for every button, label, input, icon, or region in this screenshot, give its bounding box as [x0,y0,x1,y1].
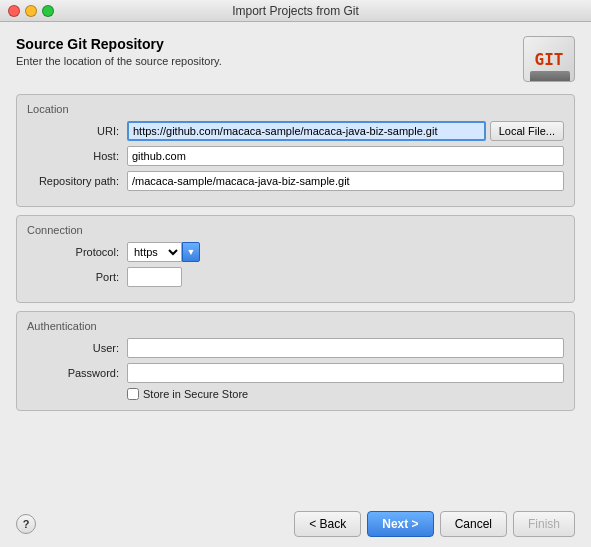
dialog: Source Git Repository Enter the location… [0,22,591,547]
store-checkbox[interactable] [127,388,139,400]
host-label: Host: [27,150,127,162]
footer-left: ? [16,514,36,534]
authentication-label: Authentication [27,320,564,332]
password-input[interactable] [127,363,564,383]
port-label: Port: [27,271,127,283]
header-section: Source Git Repository Enter the location… [16,36,575,82]
local-file-button[interactable]: Local File... [490,121,564,141]
protocol-label: Protocol: [27,246,127,258]
uri-row: URI: Local File... [27,121,564,141]
user-label: User: [27,342,127,354]
next-button[interactable]: Next > [367,511,433,537]
protocol-row: Protocol: https http git ssh ▼ [27,242,564,262]
password-row: Password: [27,363,564,383]
close-button[interactable] [8,5,20,17]
location-label: Location [27,103,564,115]
git-icon-text: GIT [535,50,564,69]
cancel-button[interactable]: Cancel [440,511,507,537]
title-bar: Import Projects from Git [0,0,591,22]
location-section: Location URI: Local File... Host: Reposi… [16,94,575,207]
repo-path-label: Repository path: [27,175,127,187]
store-label[interactable]: Store in Secure Store [143,388,248,400]
window-controls [8,5,54,17]
help-button[interactable]: ? [16,514,36,534]
password-label: Password: [27,367,127,379]
connection-label: Connection [27,224,564,236]
repo-path-row: Repository path: [27,171,564,191]
user-input[interactable] [127,338,564,358]
store-row: Store in Secure Store [127,388,564,400]
host-row: Host: [27,146,564,166]
authentication-section: Authentication User: Password: Store in … [16,311,575,411]
minimize-button[interactable] [25,5,37,17]
protocol-dropdown-icon[interactable]: ▼ [182,242,200,262]
port-row: Port: [27,267,564,287]
header-title: Source Git Repository [16,36,222,52]
header-subtitle: Enter the location of the source reposit… [16,55,222,67]
git-icon: GIT [523,36,575,82]
maximize-button[interactable] [42,5,54,17]
port-input[interactable] [127,267,182,287]
uri-input[interactable] [127,121,486,141]
user-row: User: [27,338,564,358]
footer-right: < Back Next > Cancel Finish [294,511,575,537]
protocol-select[interactable]: https http git ssh [127,242,182,262]
footer: ? < Back Next > Cancel Finish [16,503,575,537]
git-icon-decoration [530,71,570,81]
window-title: Import Projects from Git [232,4,359,18]
uri-label: URI: [27,125,127,137]
connection-section: Connection Protocol: https http git ssh … [16,215,575,303]
repo-path-input[interactable] [127,171,564,191]
back-button[interactable]: < Back [294,511,361,537]
host-input[interactable] [127,146,564,166]
finish-button[interactable]: Finish [513,511,575,537]
